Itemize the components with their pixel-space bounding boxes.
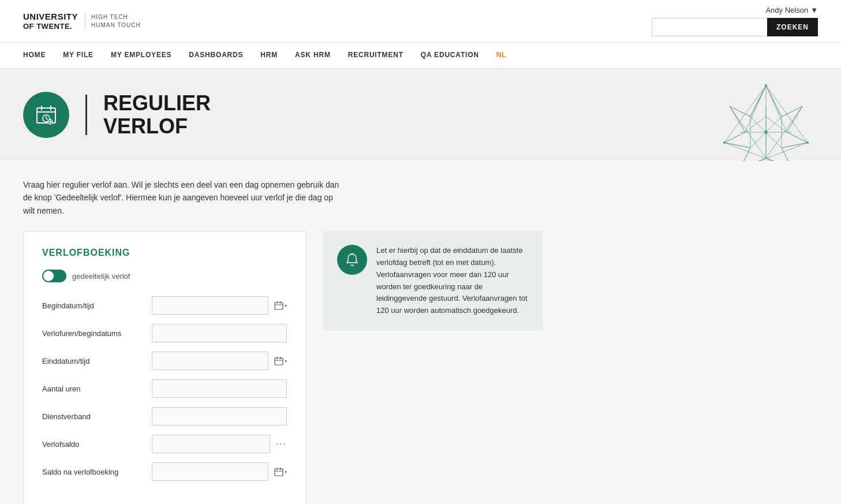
user-menu[interactable]: Andy Nelson ▼	[765, 6, 818, 14]
svg-point-41	[764, 130, 767, 133]
geometric-decoration	[714, 74, 818, 161]
input-aantaluren[interactable]	[152, 379, 287, 398]
svg-line-40	[766, 117, 787, 132]
info-icon-circle	[337, 245, 367, 275]
toggle-label: gedeeltelijk verlof	[72, 272, 130, 281]
logo-area: UNIVERSITY OF TWENTE. HIGH TECH HUMAN TO…	[23, 12, 141, 31]
nav-recruitment[interactable]: RECRUITMENT	[348, 43, 403, 68]
svg-point-42	[765, 84, 767, 87]
nav-ask-hrm[interactable]: ASK HRM	[295, 43, 331, 68]
label-verlofsaldo: Verlofsaldo	[42, 440, 146, 449]
info-box: Let er hierbij op dat de einddatum de la…	[323, 231, 543, 331]
form-card: VERLOFBOEKING gedeeltelijk verlof Begind…	[23, 231, 306, 504]
hero-section: REGULIER VERLOF	[0, 69, 841, 161]
nav-qa-education[interactable]: QA EDUCATION	[421, 43, 479, 68]
svg-line-19	[724, 143, 750, 148]
field-row-aantaluren: Aantal uren	[42, 379, 287, 398]
top-right-area: Andy Nelson ▼ ZOEKEN	[652, 6, 818, 36]
nav-my-employees[interactable]: MY EMPLOYEES	[111, 43, 171, 68]
info-text: Let er hierbij op dat de einddatum de la…	[376, 245, 529, 317]
field-row-verlofsaldo: Verlofsaldo ···	[42, 435, 287, 453]
field-row-dienstverband: Dienstverband	[42, 407, 287, 425]
svg-line-39	[745, 117, 766, 132]
svg-rect-51	[275, 358, 283, 365]
search-button[interactable]: ZOEKEN	[767, 18, 818, 36]
svg-rect-47	[275, 303, 283, 309]
field-row-verlofuren: Verlofuren/begindatums	[42, 324, 287, 342]
svg-line-9	[766, 85, 782, 117]
svg-line-25	[745, 85, 766, 132]
calendar-icon-einddatum[interactable]: •	[274, 356, 287, 365]
search-row: ZOEKEN	[652, 18, 818, 36]
hero-divider	[85, 95, 87, 135]
partial-leave-toggle[interactable]	[42, 270, 66, 282]
calendar-icon-begindatum[interactable]: •	[274, 301, 287, 310]
input-verlofsaldo[interactable]	[152, 435, 270, 453]
dots-icon-verlofsaldo[interactable]: ···	[276, 439, 287, 449]
toggle-row: gedeeltelijk verlof	[42, 270, 287, 282]
label-aantaluren: Aantal uren	[42, 384, 146, 393]
hero-graphic	[714, 74, 818, 161]
nav-my-file[interactable]: MY FILE	[63, 43, 94, 68]
nav-dashboards[interactable]: DASHBOARDS	[189, 43, 243, 68]
hero-left: REGULIER VERLOF	[23, 92, 211, 138]
bell-icon	[344, 252, 360, 268]
calendar-icon-saldo-na[interactable]: •	[274, 467, 287, 476]
top-bar: UNIVERSITY OF TWENTE. HIGH TECH HUMAN TO…	[0, 0, 841, 43]
input-einddatum[interactable]	[152, 352, 268, 370]
svg-line-30	[724, 143, 792, 161]
nav-nl[interactable]: NL	[496, 43, 507, 68]
intro-text: Vraag hier regulier verlof aan. Wil je s…	[23, 178, 346, 217]
svg-line-13	[787, 132, 808, 143]
field-row-einddatum: Einddatum/tijd •	[42, 352, 287, 370]
content-layout: VERLOFBOEKING gedeeltelijk verlof Begind…	[23, 231, 670, 504]
label-begindatum: Begindatum/tijd	[42, 301, 146, 310]
hero-icon	[23, 92, 69, 138]
label-verlofuren: Verlofuren/begindatums	[42, 329, 146, 338]
svg-line-34	[724, 85, 766, 143]
svg-line-15	[782, 148, 792, 161]
hero-title: REGULIER VERLOF	[103, 92, 211, 137]
svg-line-29	[740, 143, 808, 161]
toggle-knob	[43, 271, 54, 281]
field-row-begindatum: Begindatum/tijd •	[42, 296, 287, 315]
svg-line-24	[766, 85, 787, 132]
nav-home[interactable]: HOME	[23, 43, 46, 68]
leave-icon	[33, 102, 59, 128]
svg-line-33	[766, 85, 808, 143]
svg-line-23	[750, 85, 766, 117]
svg-line-14	[782, 143, 808, 148]
nav-hrm[interactable]: HRM	[260, 43, 278, 68]
main-content: Vraag hier regulier verlof aan. Wil je s…	[0, 161, 693, 504]
tagline: HIGH TECH HUMAN TOUCH	[85, 13, 141, 29]
input-begindatum[interactable]	[152, 296, 268, 315]
label-saldo-na: Saldo na verlofboeking	[42, 468, 146, 476]
svg-line-18	[740, 148, 750, 161]
input-verlofuren[interactable]	[152, 324, 287, 342]
label-einddatum: Einddatum/tijd	[42, 357, 146, 365]
svg-point-43	[806, 141, 809, 144]
svg-line-20	[724, 132, 745, 143]
input-dienstverband[interactable]	[152, 407, 287, 425]
form-title: VERLOFBOEKING	[42, 248, 287, 258]
label-dienstverband: Dienstverband	[42, 412, 146, 421]
input-saldo-na[interactable]	[152, 462, 268, 481]
svg-rect-55	[275, 469, 283, 476]
svg-point-44	[723, 141, 726, 144]
svg-point-59	[352, 253, 353, 255]
university-logo: UNIVERSITY OF TWENTE.	[23, 12, 78, 31]
nav-bar: HOME MY FILE MY EMPLOYEES DASHBOARDS HRM…	[0, 43, 841, 69]
search-input[interactable]	[652, 18, 767, 36]
field-row-saldo-na: Saldo na verlofboeking •	[42, 462, 287, 481]
